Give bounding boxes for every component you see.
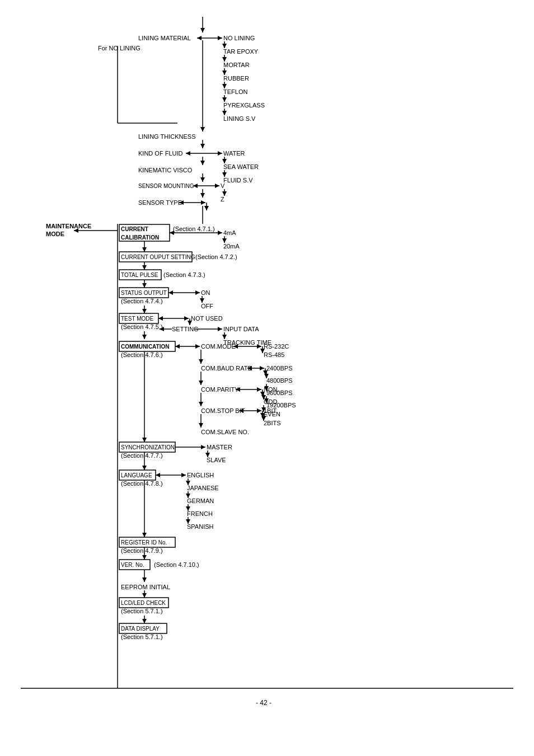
- rs232c: RS-232C: [264, 343, 289, 350]
- z-option: Z: [221, 196, 224, 203]
- lcd-section: (Section 5.7.1.): [121, 608, 163, 614]
- 1bit: 1BIT: [264, 407, 277, 414]
- svg-marker-79: [218, 327, 222, 331]
- svg-marker-83: [195, 344, 200, 349]
- total-pulse-text: TOTAL PULSE: [121, 272, 158, 278]
- ver-no-section: (Section 4.7.10.): [154, 561, 199, 568]
- status-output-text: STATUS OUTPUT: [121, 290, 167, 296]
- slave: SLAVE: [207, 457, 226, 463]
- current-cal-section: (Section 4.7.1.): [173, 226, 215, 232]
- svg-marker-135: [156, 473, 160, 477]
- svg-marker-21: [200, 127, 205, 132]
- svg-marker-61: [142, 283, 147, 288]
- water: WATER: [223, 150, 245, 157]
- french: FRENCH: [187, 510, 213, 517]
- current-calibration-text1: CURRENT: [121, 226, 148, 232]
- svg-marker-149: [142, 577, 147, 582]
- register-id-section: (Section 4.7.9.): [121, 547, 163, 554]
- svg-marker-1: [200, 28, 205, 32]
- sync-section: (Section 4.7.7.): [121, 452, 163, 459]
- svg-marker-64: [168, 290, 173, 295]
- not-used: NOT USED: [191, 315, 223, 322]
- svg-marker-84: [175, 344, 180, 349]
- communication-section: (Section 4.7.6.): [121, 351, 163, 358]
- svg-marker-153: [142, 619, 147, 623]
- svg-marker-75: [142, 335, 147, 339]
- japanese: JAPANESE: [187, 485, 219, 491]
- status-output-section: (Section 4.7.4.): [121, 298, 163, 304]
- maintenance-mode-label2: MODE: [46, 231, 64, 237]
- svg-marker-53: [170, 231, 174, 235]
- lining-material-label: LINING MATERIAL: [138, 35, 191, 41]
- input-data: INPUT DATA: [223, 326, 259, 332]
- 20ma: 20mA: [223, 243, 240, 250]
- english: ENGLISH: [187, 472, 214, 478]
- svg-marker-66: [200, 298, 204, 303]
- com-stop-bit: COM.STOP BIT: [201, 407, 245, 414]
- kind-of-fluid: KIND OF FLUID: [138, 150, 183, 157]
- diagram-svg: LINING MATERIAL For NO LINING NO LINING …: [15, 11, 519, 733]
- on-option: ON: [201, 289, 210, 296]
- teflon: TEFLON: [223, 88, 247, 95]
- kinematic-visco: KINEMATIC VISCO: [138, 167, 193, 173]
- svg-marker-117: [257, 408, 261, 413]
- svg-marker-63: [195, 290, 200, 295]
- 2bits: 2BITS: [264, 420, 281, 426]
- language-section: (Section 4.7.8.): [121, 480, 163, 487]
- lining-sv: LINING S.V: [223, 115, 256, 122]
- svg-marker-55: [222, 238, 227, 243]
- svg-marker-106: [257, 387, 261, 392]
- svg-marker-4: [197, 36, 202, 40]
- svg-marker-68: [142, 309, 147, 313]
- svg-marker-8: [222, 57, 227, 62]
- v-option: V: [221, 182, 225, 189]
- rs485: RS-485: [264, 351, 284, 358]
- fluid-sv: FLUID S.V: [223, 177, 253, 184]
- german: GERMAN: [187, 497, 214, 504]
- svg-marker-70: [184, 316, 189, 321]
- svg-marker-124: [199, 423, 203, 428]
- eeprom-initial: EEPROM INITIAL: [121, 584, 170, 590]
- svg-marker-39: [222, 191, 227, 196]
- sensor-mounting: SENSOR MOUNTING: [138, 183, 194, 189]
- test-mode-text: TEST MODE: [121, 316, 153, 322]
- com-baud-rate: COM.BAUD RATE: [201, 365, 252, 372]
- svg-marker-91: [199, 359, 203, 364]
- non: NON.: [264, 386, 279, 393]
- for-no-lining: For NO LINING: [98, 45, 140, 51]
- 2400bps: 2400BPS: [266, 365, 292, 372]
- current-calibration-text2: CALIBRATION: [121, 234, 159, 241]
- page-number: - 42 -: [256, 699, 271, 707]
- setting-label: SETTING: [172, 326, 199, 332]
- svg-marker-145: [142, 533, 147, 537]
- svg-marker-57: [142, 247, 147, 252]
- master: MASTER: [207, 444, 232, 450]
- svg-marker-128: [201, 445, 205, 449]
- svg-marker-104: [199, 381, 203, 385]
- svg-marker-52: [218, 231, 222, 235]
- svg-marker-59: [142, 265, 147, 270]
- diagram-container: LINING MATERIAL For NO LINING NO LINING …: [15, 11, 519, 734]
- maintenance-mode-label: MAINTENANCE: [46, 223, 91, 229]
- svg-marker-32: [200, 161, 205, 165]
- com-slave-no: COM.SLAVE NO.: [201, 429, 249, 435]
- svg-marker-93: [260, 366, 264, 370]
- svg-marker-25: [218, 151, 222, 156]
- svg-marker-14: [222, 97, 227, 102]
- com-parity: COM.PARITY: [201, 386, 239, 393]
- svg-marker-3: [218, 36, 222, 40]
- page: LINING MATERIAL For NO LINING NO LINING …: [0, 0, 534, 756]
- svg-marker-151: [142, 593, 147, 598]
- svg-marker-126: [142, 438, 147, 442]
- test-mode-section: (Section 4.7.5.): [121, 323, 163, 330]
- svg-marker-115: [199, 402, 203, 406]
- svg-marker-26: [186, 151, 190, 156]
- tar-epoxy: TAR EPOXY: [223, 48, 259, 55]
- svg-marker-147: [142, 555, 147, 560]
- 4ma: 4mA: [223, 229, 236, 236]
- svg-marker-41: [200, 193, 205, 198]
- sea-water: SEA WATER: [223, 163, 259, 170]
- svg-marker-28: [222, 159, 227, 163]
- odd: ODD: [264, 398, 278, 405]
- lcd-led-check-text: LCD/LED CHECK: [121, 600, 166, 606]
